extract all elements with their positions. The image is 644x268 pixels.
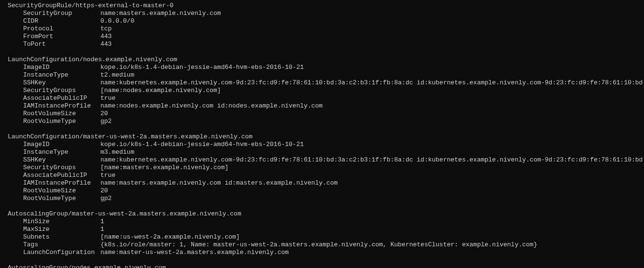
property-row: SecurityGroupname:masters.example.nivenl… bbox=[8, 10, 644, 17]
property-key: RootVolumeType bbox=[23, 195, 100, 202]
property-row: ToPort443 bbox=[8, 40, 644, 48]
property-row: IAMInstanceProfilename:nodes.example.niv… bbox=[8, 102, 644, 110]
property-value: 443 bbox=[100, 40, 112, 48]
property-value: 443 bbox=[100, 33, 112, 40]
resource-header: SecurityGroupRule/https-external-to-mast… bbox=[8, 2, 644, 10]
property-row: MaxSize1 bbox=[8, 226, 644, 233]
resource-header: AutoscalingGroup/master-us-west-2a.maste… bbox=[8, 210, 644, 218]
property-key: RootVolumeType bbox=[23, 118, 100, 125]
property-key: Protocol bbox=[23, 25, 100, 33]
property-row: InstanceTypem3.medium bbox=[8, 148, 644, 156]
property-row: Tags{k8s.io/role/master: 1, Name: master… bbox=[8, 241, 644, 249]
property-value: name:kubernetes.example.nivenly.com-9d:2… bbox=[100, 156, 644, 163]
property-value: tcp bbox=[100, 25, 112, 32]
resource-header: LaunchConfiguration/master-us-west-2a.ma… bbox=[8, 133, 644, 141]
property-key: InstanceType bbox=[23, 71, 100, 79]
property-value: 20 bbox=[100, 187, 108, 194]
property-row: RootVolumeTypegp2 bbox=[8, 118, 644, 125]
property-row: SecurityGroups[name:nodes.example.nivenl… bbox=[8, 87, 644, 94]
property-value: name:nodes.example.nivenly.com id:nodes.… bbox=[100, 102, 322, 109]
property-value: true bbox=[100, 172, 115, 179]
property-row: IAMInstanceProfilename:masters.example.n… bbox=[8, 179, 644, 187]
property-row: SSHKeyname:kubernetes.example.nivenly.co… bbox=[8, 156, 644, 164]
blank-line bbox=[8, 48, 644, 56]
blank-line bbox=[8, 202, 644, 210]
property-value: 20 bbox=[100, 110, 108, 117]
property-row: SecurityGroups[name:masters.example.nive… bbox=[8, 164, 644, 172]
property-row: AssociatePublicIPtrue bbox=[8, 94, 644, 102]
property-row: Subnets[name:us-west-2a.example.nivenly.… bbox=[8, 233, 644, 241]
property-row: InstanceTypet2.medium bbox=[8, 71, 644, 79]
property-row: MinSize1 bbox=[8, 218, 644, 226]
property-key: Tags bbox=[23, 241, 100, 249]
property-key: AssociatePublicIP bbox=[23, 172, 100, 179]
property-value: m3.medium bbox=[100, 148, 134, 156]
blank-line bbox=[8, 256, 644, 264]
property-row: CIDR0.0.0.0/0 bbox=[8, 17, 644, 25]
property-value: name:masters.example.nivenly.com id:mast… bbox=[100, 179, 337, 187]
property-value: name:master-us-west-2a.masters.example.n… bbox=[100, 249, 289, 256]
property-value: [name:us-west-2a.example.nivenly.com] bbox=[100, 233, 240, 241]
property-key: ImageID bbox=[23, 141, 100, 148]
property-key: LaunchConfiguration bbox=[23, 249, 100, 256]
property-value: {k8s.io/role/master: 1, Name: master-us-… bbox=[100, 241, 537, 248]
property-key: SecurityGroup bbox=[23, 10, 100, 17]
property-key: AssociatePublicIP bbox=[23, 94, 100, 102]
property-row: Protocoltcp bbox=[8, 25, 644, 33]
terminal-output: SecurityGroupRule/https-external-to-mast… bbox=[8, 2, 644, 268]
property-key: CIDR bbox=[23, 17, 100, 25]
property-key: MaxSize bbox=[23, 226, 100, 233]
property-row: ImageIDkope.io/k8s-1.4-debian-jessie-amd… bbox=[8, 141, 644, 148]
property-key: SecurityGroups bbox=[23, 164, 100, 172]
property-value: t2.medium bbox=[100, 71, 134, 79]
property-key: IAMInstanceProfile bbox=[23, 102, 100, 110]
property-value: kope.io/k8s-1.4-debian-jessie-amd64-hvm-… bbox=[100, 64, 304, 71]
property-value: 1 bbox=[100, 218, 104, 225]
property-row: AssociatePublicIPtrue bbox=[8, 172, 644, 179]
property-key: RootVolumeSize bbox=[23, 110, 100, 118]
property-value: 1 bbox=[100, 226, 104, 233]
property-value: name:masters.example.nivenly.com bbox=[100, 10, 221, 17]
property-value: [name:masters.example.nivenly.com] bbox=[100, 164, 228, 171]
property-value: kope.io/k8s-1.4-debian-jessie-amd64-hvm-… bbox=[100, 141, 304, 148]
property-key: IAMInstanceProfile bbox=[23, 179, 100, 187]
property-value: [name:nodes.example.nivenly.com] bbox=[100, 87, 221, 94]
property-value: gp2 bbox=[100, 118, 112, 125]
property-row: LaunchConfigurationname:master-us-west-2… bbox=[8, 249, 644, 256]
resource-header-partial: AutoscalingGroup/nodes.example.nivenly.c… bbox=[8, 264, 644, 268]
property-key: ToPort bbox=[23, 40, 100, 48]
property-key: ImageID bbox=[23, 64, 100, 71]
property-value: gp2 bbox=[100, 195, 112, 202]
property-key: InstanceType bbox=[23, 148, 100, 156]
property-value: 0.0.0.0/0 bbox=[100, 17, 134, 25]
property-row: RootVolumeTypegp2 bbox=[8, 195, 644, 202]
property-value: name:kubernetes.example.nivenly.com-9d:2… bbox=[100, 79, 644, 86]
property-row: SSHKeyname:kubernetes.example.nivenly.co… bbox=[8, 79, 644, 87]
property-row: RootVolumeSize20 bbox=[8, 110, 644, 118]
property-row: RootVolumeSize20 bbox=[8, 187, 644, 195]
property-key: FromPort bbox=[23, 33, 100, 40]
property-key: SSHKey bbox=[23, 156, 100, 164]
blank-line bbox=[8, 125, 644, 133]
property-key: Subnets bbox=[23, 233, 100, 241]
property-key: MinSize bbox=[23, 218, 100, 226]
property-row: ImageIDkope.io/k8s-1.4-debian-jessie-amd… bbox=[8, 64, 644, 71]
property-key: SSHKey bbox=[23, 79, 100, 87]
property-value: true bbox=[100, 94, 115, 102]
property-key: RootVolumeSize bbox=[23, 187, 100, 195]
property-row: FromPort443 bbox=[8, 33, 644, 40]
property-key: SecurityGroups bbox=[23, 87, 100, 94]
resource-header: LaunchConfiguration/nodes.example.nivenl… bbox=[8, 56, 644, 64]
